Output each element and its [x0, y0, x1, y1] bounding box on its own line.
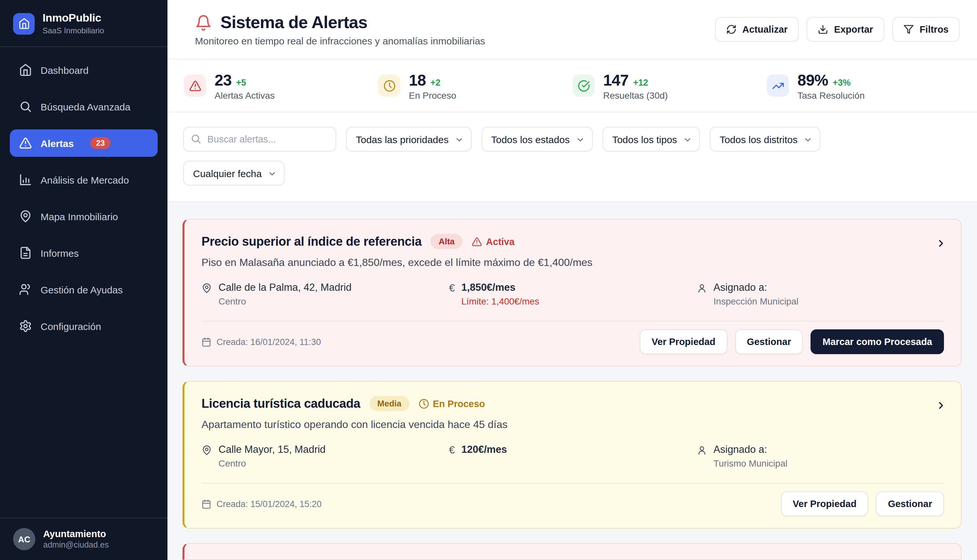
stat-value: 89% [798, 71, 828, 89]
chevron-down-icon [683, 135, 692, 147]
sidebar-item-label: Búsqueda Avanzada [40, 101, 130, 112]
chevron-down-icon [575, 135, 585, 147]
bell-icon [195, 14, 212, 31]
alert-location: Calle Mayor, 15, Madrid Centro [201, 444, 449, 472]
view-property-button[interactable]: Ver Propiedad [781, 492, 868, 516]
district-select[interactable]: Todos los distritos [710, 127, 820, 152]
sidebar-item-informes[interactable]: Informes [10, 239, 158, 267]
alert-title: Precio superior al índice de referencia [201, 234, 422, 248]
user-email: admin@ciudad.es [43, 540, 109, 550]
chevron-down-icon [455, 135, 464, 147]
main-content: Sistema de Alertas Monitoreo en tiempo r… [167, 0, 977, 560]
users-icon [19, 283, 32, 296]
alert-district: Centro [219, 458, 325, 468]
map-pin-icon [201, 283, 212, 310]
view-property-button[interactable]: Ver Propiedad [640, 329, 727, 354]
priority-select[interactable]: Todas las prioridades [346, 127, 472, 152]
user-name: Ayuntamiento [43, 528, 109, 539]
type-select[interactable]: Todos los tipos [602, 127, 700, 152]
alert-created: Creada: 16/01/2024, 11:30 [201, 337, 321, 347]
sidebar-item-analisis-mercado[interactable]: Análisis de Mercado [10, 166, 158, 193]
stat-delta: +3% [833, 77, 851, 87]
chevron-right-icon[interactable] [935, 238, 947, 249]
check-circle-icon [572, 75, 595, 97]
calendar-icon [201, 337, 211, 347]
chevron-right-icon[interactable] [935, 400, 947, 411]
stat-label: Resueltas (30d) [603, 90, 668, 100]
chevron-down-icon [804, 135, 813, 147]
alert-triangle-icon [472, 236, 482, 247]
stat-label: En Proceso [409, 90, 456, 100]
sidebar-nav: Dashboard Búsqueda Avanzada Alertas 23 A… [0, 47, 167, 518]
manage-button[interactable]: Gestionar [876, 492, 944, 516]
stat-value: 18 [409, 71, 426, 89]
stat-resueltas: 147+12 Resueltas (30d) [572, 71, 767, 100]
page-header: Sistema de Alertas Monitoreo en tiempo r… [167, 0, 977, 60]
euro-icon: € [449, 282, 455, 310]
page-subtitle: Monitoreo en tiempo real de infracciones… [195, 35, 485, 47]
download-icon [818, 24, 828, 35]
export-button[interactable]: Exportar [806, 17, 884, 42]
home-icon [19, 63, 32, 77]
mark-processed-button[interactable]: Marcar como Procesada [811, 329, 944, 354]
priority-badge: Media [370, 396, 410, 411]
alert-price-value: 1,850€/mes [461, 282, 539, 293]
date-select[interactable]: Cualquier fecha [183, 161, 284, 186]
alert-price-value: 120€/mes [461, 444, 507, 455]
stat-label: Alertas Activas [214, 90, 275, 100]
alert-card-partial [182, 543, 962, 560]
refresh-button[interactable]: Actualizar [715, 17, 799, 42]
status-badge: Activa [472, 236, 515, 247]
brand-tagline: SaaS Inmobiliario [42, 26, 104, 35]
stat-alertas-activas: 23+5 Alertas Activas [184, 71, 378, 100]
map-pin-icon [201, 445, 212, 472]
alert-triangle-icon [184, 75, 206, 97]
clock-icon [378, 75, 400, 97]
chevron-down-icon [268, 169, 277, 180]
sidebar-item-dashboard[interactable]: Dashboard [10, 56, 158, 83]
sidebar-user[interactable]: AC Ayuntamiento admin@ciudad.es [0, 518, 167, 560]
user-icon [696, 283, 707, 310]
alert-price: € 1,850€/mes Límite: 1,400€/mes [449, 282, 697, 310]
search-input[interactable] [183, 127, 336, 152]
sidebar-item-busqueda-avanzada[interactable]: Búsqueda Avanzada [10, 93, 158, 120]
status-badge: En Proceso [418, 398, 485, 409]
sidebar-item-configuracion[interactable]: Configuración [10, 312, 158, 340]
sidebar-item-mapa-inmobiliario[interactable]: Mapa Inmobiliario [10, 203, 158, 230]
map-pin-icon [19, 210, 32, 223]
search-icon [191, 133, 201, 147]
calendar-icon [201, 499, 211, 509]
trending-up-icon [767, 75, 789, 97]
page-title: Sistema de Alertas [221, 12, 367, 33]
alerts-count-badge: 23 [90, 137, 111, 149]
manage-button[interactable]: Gestionar [735, 329, 803, 354]
stat-value: 23 [214, 71, 232, 89]
sidebar-item-gestion-ayudas[interactable]: Gestión de Ayudas [10, 276, 158, 303]
clock-icon [418, 398, 429, 409]
alert-card-licencia-caducada: Licencia turística caducada Media En Pro… [182, 381, 962, 528]
alert-assigned: Asignado a: Inspección Municipal [696, 282, 944, 310]
alert-triangle-icon [19, 137, 32, 150]
sidebar-item-label: Configuración [40, 320, 101, 332]
alert-card-precio-superior: Precio superior al índice de referencia … [182, 219, 962, 367]
stat-value: 147 [603, 71, 629, 89]
alert-price-limit: Límite: 1,400€/mes [461, 296, 539, 307]
alert-description: Piso en Malasaña anunciado a €1,850/mes,… [201, 257, 944, 268]
alert-address: Calle de la Palma, 42, Madrid [219, 282, 351, 293]
stat-delta: +12 [633, 77, 648, 87]
stat-delta: +2 [430, 77, 441, 87]
sidebar-item-alertas[interactable]: Alertas 23 [10, 129, 158, 157]
stat-label: Tasa Resolución [798, 90, 865, 100]
filters-bar: Todas las prioridades Todos los estados … [167, 112, 977, 202]
gear-icon [19, 320, 32, 333]
sidebar: InmoPublic SaaS Inmobiliario Dashboard B… [0, 0, 167, 560]
alert-title: Licencia turística caducada [201, 396, 360, 411]
status-select[interactable]: Todos los estados [482, 127, 593, 152]
alert-location: Calle de la Palma, 42, Madrid Centro [201, 282, 449, 310]
filters-button[interactable]: Filtros [892, 17, 960, 42]
stats-row: 23+5 Alertas Activas 18+2 En Proceso 147… [167, 60, 977, 112]
search-icon [19, 100, 32, 113]
sidebar-item-label: Mapa Inmobiliario [40, 211, 118, 222]
alert-district: Centro [219, 296, 351, 307]
sidebar-item-label: Alertas [40, 138, 74, 149]
